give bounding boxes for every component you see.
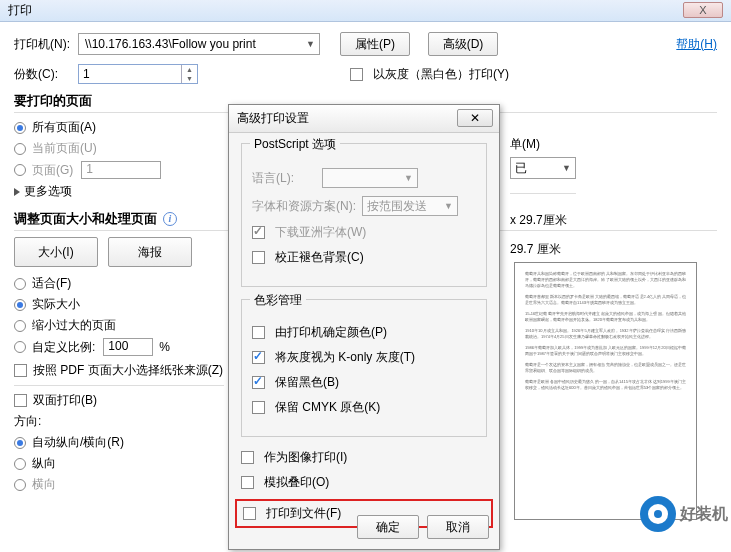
radio-icon — [14, 278, 26, 290]
unit-label: 单(M) — [510, 136, 576, 153]
opt-custom[interactable]: 自定义比例: 100 % — [14, 338, 224, 356]
radio-icon — [14, 164, 26, 176]
divider — [14, 385, 224, 386]
size-button[interactable]: 大小(I) — [14, 237, 98, 267]
page-range-input[interactable]: 1 — [81, 161, 161, 179]
discolored-row[interactable]: 校正褪色背景(C) — [252, 249, 476, 266]
opt-page-range[interactable]: 页面(G) 1 — [14, 161, 224, 179]
grayscale-label: 以灰度（黑白色）打印(Y) — [373, 66, 509, 83]
opt-actual[interactable]: 实际大小 — [14, 296, 224, 313]
postscript-fieldset: PostScript 选项 语言(L): ▼ 字体和资源方案(N): 按范围发送… — [241, 143, 487, 287]
adv-titlebar: 高级打印设置 ✕ — [229, 105, 499, 133]
main-close-button[interactable]: X — [683, 2, 723, 18]
chevron-down-icon: ▼ — [404, 173, 413, 183]
help-link[interactable]: 帮助(H) — [676, 36, 717, 53]
checkbox-icon — [252, 326, 265, 339]
radio-icon — [14, 122, 26, 134]
lang-combo[interactable]: ▼ — [322, 168, 418, 188]
opt-fit[interactable]: 适合(F) — [14, 275, 224, 292]
checkbox-icon — [252, 351, 265, 364]
advanced-button[interactable]: 高级(D) — [428, 32, 498, 56]
properties-button[interactable]: 属性(P) — [340, 32, 410, 56]
dl-asian-row[interactable]: 下载亚洲字体(W) — [252, 224, 476, 241]
copies-spinner[interactable]: 1 ▲▼ — [78, 64, 198, 84]
tri-right-icon — [14, 188, 20, 196]
lang-label: 语言(L): — [252, 170, 294, 187]
checkbox-icon — [252, 376, 265, 389]
opt-all-pages[interactable]: 所有页面(A) — [14, 119, 224, 136]
printer-value: \\10.176.163.43\Follow you print — [85, 37, 256, 51]
adv-buttons: 确定 取消 — [357, 515, 489, 539]
opt-current-page[interactable]: 当前页面(U) — [14, 140, 224, 157]
radio-icon — [14, 341, 26, 353]
adv-close-button[interactable]: ✕ — [457, 109, 493, 127]
grayscale-checkbox[interactable] — [350, 68, 363, 81]
opt-duplex[interactable]: 双面打印(B) — [14, 392, 224, 409]
checkbox-icon — [14, 394, 27, 407]
radio-icon — [14, 458, 26, 470]
brand-text: 好装机 — [680, 504, 728, 525]
copies-value: 1 — [79, 67, 181, 81]
radio-icon — [14, 437, 26, 449]
brand-watermark: 好装机 — [640, 496, 728, 532]
copies-label: 份数(C): — [14, 66, 72, 83]
orientation-label: 方向: — [14, 413, 224, 430]
advanced-settings-dialog: 高级打印设置 ✕ PostScript 选项 语言(L): ▼ 字体和资源方案(… — [228, 104, 500, 550]
page-preview: 葡萄牙共和国简称葡萄牙，位于欧洲西南部的共和制国家。东邻同处于伊比利亚半岛的西班… — [514, 262, 697, 520]
poster-button[interactable]: 海报 — [108, 237, 192, 267]
col-black-row[interactable]: 保留黑色(B) — [252, 374, 476, 391]
chevron-down-icon: ▼ — [562, 163, 571, 173]
simulate-row[interactable]: 模拟叠印(O) — [241, 474, 487, 491]
size2-text: 29.7 厘米 — [510, 241, 576, 258]
radio-icon — [14, 143, 26, 155]
radio-icon — [14, 299, 26, 311]
ps-legend: PostScript 选项 — [250, 136, 340, 153]
checkbox-icon — [252, 226, 265, 239]
checkbox-icon — [252, 251, 265, 264]
scale-header: 调整页面大小和处理页面 — [14, 210, 157, 228]
chevron-down-icon: ▼ — [444, 201, 453, 211]
radio-icon — [14, 320, 26, 332]
checkbox-icon — [252, 401, 265, 414]
main-titlebar: 打印 X — [0, 0, 731, 22]
checkbox-icon — [241, 476, 254, 489]
unit-combo[interactable]: 已 ▼ — [510, 157, 576, 179]
chevron-down-icon: ▼ — [302, 39, 315, 49]
opt-orient-auto[interactable]: 自动纵向/横向(R) — [14, 434, 224, 451]
custom-scale-input[interactable]: 100 — [103, 338, 153, 356]
as-image-row[interactable]: 作为图像打印(I) — [241, 449, 487, 466]
opt-by-source[interactable]: 按照 PDF 页面大小选择纸张来源(Z) — [14, 362, 224, 379]
printer-combo[interactable]: \\10.176.163.43\Follow you print ▼ — [78, 33, 320, 55]
adv-ok-button[interactable]: 确定 — [357, 515, 419, 539]
checkbox-icon — [243, 507, 256, 520]
size1-text: x 29.7厘米 — [510, 212, 576, 229]
divider — [510, 193, 576, 194]
radio-icon — [14, 479, 26, 491]
printer-label: 打印机(N): — [14, 36, 72, 53]
col-cmyk-row[interactable]: 保留 CMYK 原色(K) — [252, 399, 476, 416]
opt-orient-portrait[interactable]: 纵向 — [14, 455, 224, 472]
right-info-panel: 单(M) 已 ▼ x 29.7厘米 29.7 厘米 — [510, 136, 576, 258]
opt-orient-landscape[interactable]: 横向 — [14, 476, 224, 493]
scale-options: 适合(F) 实际大小 缩小过大的页面 自定义比例: 100 % 按照 PDF 页… — [14, 275, 224, 493]
policy-combo[interactable]: 按范围发送 ▼ — [362, 196, 458, 216]
policy-row: 字体和资源方案(N): 按范围发送 ▼ — [252, 196, 476, 216]
printer-row: 打印机(N): \\10.176.163.43\Follow you print… — [14, 32, 717, 56]
policy-label: 字体和资源方案(N): — [252, 198, 356, 215]
adv-body: PostScript 选项 语言(L): ▼ 字体和资源方案(N): 按范围发送… — [229, 133, 499, 538]
info-icon[interactable]: i — [163, 212, 177, 226]
color-fieldset: 色彩管理 由打印机确定颜色(P) 将灰度视为 K-only 灰度(T) 保留黑色… — [241, 299, 487, 437]
more-options-toggle[interactable]: 更多选项 — [14, 183, 224, 200]
checkbox-icon — [241, 451, 254, 464]
col-printer-row[interactable]: 由打印机确定颜色(P) — [252, 324, 476, 341]
col-kgray-row[interactable]: 将灰度视为 K-only 灰度(T) — [252, 349, 476, 366]
adv-title: 高级打印设置 — [237, 110, 309, 127]
pct-label: % — [159, 340, 170, 354]
adv-cancel-button[interactable]: 取消 — [427, 515, 489, 539]
brand-logo-icon — [640, 496, 676, 532]
copies-row: 份数(C): 1 ▲▼ 以灰度（黑白色）打印(Y) — [14, 64, 717, 84]
lang-row: 语言(L): ▼ — [252, 168, 476, 188]
main-title: 打印 — [4, 2, 32, 19]
spinner-arrows-icon[interactable]: ▲▼ — [181, 65, 197, 83]
opt-shrink[interactable]: 缩小过大的页面 — [14, 317, 224, 334]
